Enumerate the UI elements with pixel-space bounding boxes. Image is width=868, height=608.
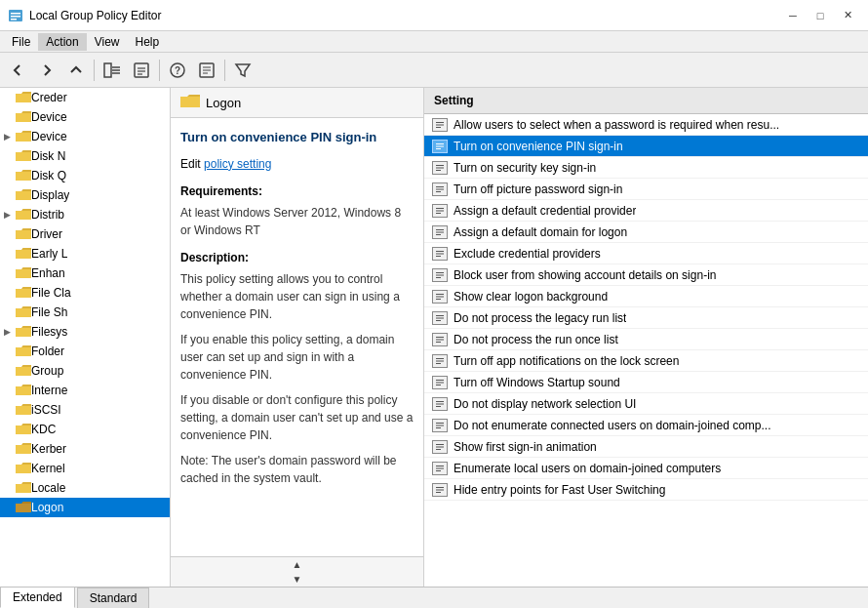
minimize-button[interactable]: ─: [780, 6, 806, 25]
setting-item[interactable]: Assign a default domain for logon: [424, 222, 868, 243]
sidebar-item-label: Filesys: [31, 325, 67, 339]
setting-item-text: Allow users to select when a password is…: [454, 118, 779, 132]
setting-item[interactable]: Do not display network selection UI: [424, 393, 868, 415]
sidebar-item-kernel[interactable]: Kernel: [0, 459, 170, 478]
sidebar-item-driver[interactable]: Driver: [0, 224, 170, 244]
sidebar-item-folder[interactable]: Folder: [0, 342, 170, 361]
sidebar-item-logon[interactable]: Logon: [0, 498, 170, 517]
show-hide-tree-button[interactable]: [99, 57, 126, 84]
sidebar-item-device1[interactable]: Device: [0, 107, 170, 127]
svg-rect-57: [436, 229, 444, 230]
setting-item-text: Enumerate local users on domain-joined c…: [454, 462, 721, 475]
setting-item[interactable]: Turn off app notifications on the lock s…: [424, 350, 868, 372]
svg-rect-4: [104, 63, 111, 77]
svg-rect-48: [436, 165, 444, 166]
sidebar: Creder Device ▶ Device Disk N Disk Q Dis…: [0, 88, 171, 587]
sidebar-item-display[interactable]: Display: [0, 185, 170, 205]
sidebar-item-label: File Sh: [31, 305, 67, 319]
forward-button[interactable]: [33, 57, 60, 84]
sidebar-item-group[interactable]: Group: [0, 361, 170, 381]
svg-rect-61: [436, 253, 444, 254]
sidebar-item-filesh[interactable]: File Sh: [0, 303, 170, 322]
setting-item[interactable]: Assign a default credential provider: [424, 200, 868, 222]
svg-rect-38: [16, 465, 31, 473]
sidebar-item-earlyl[interactable]: Early L: [0, 244, 170, 263]
edit-label: Edit: [180, 157, 201, 171]
svg-marker-18: [236, 64, 250, 76]
sidebar-item-distrib[interactable]: ▶ Distrib: [0, 205, 170, 224]
tab-extended[interactable]: Extended: [0, 587, 75, 608]
svg-rect-47: [436, 148, 441, 149]
right-panel-header: Setting: [424, 88, 868, 114]
svg-rect-68: [436, 299, 441, 300]
close-button[interactable]: ✕: [835, 6, 860, 25]
sidebar-item-diskn[interactable]: Disk N: [0, 146, 170, 166]
folder-icon: [16, 325, 31, 339]
setting-item[interactable]: Hide entry points for Fast User Switchin…: [424, 479, 868, 501]
svg-rect-20: [16, 113, 31, 122]
svg-rect-66: [436, 294, 444, 295]
expand-arrow: [4, 483, 16, 493]
settings-list: Allow users to select when a password is…: [424, 114, 868, 587]
sidebar-item-label: Kernel: [31, 462, 65, 475]
bottom-tabs: Extended Standard: [0, 587, 868, 608]
sidebar-item-label: Device: [31, 110, 67, 124]
policy-setting-link[interactable]: policy setting: [204, 157, 271, 171]
setting-item-icon: [432, 311, 448, 325]
setting-item-text: Turn on security key sign-in: [454, 161, 596, 175]
sidebar-item-enhan[interactable]: Enhan: [0, 263, 170, 283]
setting-item[interactable]: Show clear logon background: [424, 286, 868, 307]
setting-item[interactable]: Do not process the legacy run list: [424, 307, 868, 329]
svg-rect-77: [436, 363, 441, 364]
setting-item-icon: [432, 397, 448, 411]
setting-item[interactable]: Allow users to select when a password is…: [424, 114, 868, 136]
panel-content: Turn on convenience PIN sign-in Edit pol…: [171, 118, 423, 556]
back-button[interactable]: [4, 57, 31, 84]
properties-button[interactable]: [193, 57, 220, 84]
menu-action[interactable]: Action: [38, 33, 86, 51]
sidebar-item-kerber[interactable]: Kerber: [0, 439, 170, 459]
setting-item[interactable]: Turn off Windows Startup sound: [424, 372, 868, 393]
scroll-down-button[interactable]: ▼: [291, 572, 304, 587]
menu-help[interactable]: Help: [128, 33, 168, 51]
setting-item-icon: [432, 354, 448, 368]
setting-item[interactable]: Exclude credential providers: [424, 243, 868, 264]
setting-item-icon: [432, 376, 448, 389]
setting-item[interactable]: Block user from showing account details …: [424, 264, 868, 286]
sidebar-item-label: Interne: [31, 384, 67, 397]
setting-item[interactable]: Enumerate local users on domain-joined c…: [424, 458, 868, 479]
sidebar-item-filesys[interactable]: ▶ Filesys: [0, 322, 170, 342]
setting-item-text: Exclude credential providers: [454, 247, 601, 261]
help-button[interactable]: ?: [164, 57, 191, 84]
sidebar-item-diskq[interactable]: Disk Q: [0, 166, 170, 185]
sidebar-item-interne[interactable]: Interne: [0, 381, 170, 400]
forward-icon: [39, 62, 55, 78]
setting-item[interactable]: Turn on convenience PIN sign-in: [424, 136, 868, 157]
svg-rect-79: [436, 382, 444, 383]
sidebar-item-iscsi[interactable]: iSCSI: [0, 400, 170, 420]
export-button[interactable]: [128, 57, 155, 84]
setting-item[interactable]: Do not process the run once list: [424, 329, 868, 350]
setting-item[interactable]: Turn on security key sign-in: [424, 157, 868, 179]
setting-item-icon: [432, 118, 448, 132]
menu-file[interactable]: File: [4, 33, 38, 51]
scroll-up-button[interactable]: ▲: [291, 557, 304, 572]
sidebar-item-label: Folder: [31, 345, 64, 358]
setting-item[interactable]: Turn off picture password sign-in: [424, 179, 868, 200]
expand-arrow: ▶: [4, 132, 16, 142]
up-button[interactable]: [62, 57, 90, 84]
setting-item[interactable]: Show first sign-in animation: [424, 436, 868, 458]
sidebar-item-device2[interactable]: ▶ Device: [0, 127, 170, 146]
sidebar-item-creder[interactable]: Creder: [0, 88, 170, 107]
sidebar-item-filecla[interactable]: File Cla: [0, 283, 170, 303]
filter-button[interactable]: [229, 57, 256, 84]
maximize-button[interactable]: □: [808, 6, 833, 25]
setting-item[interactable]: Do not enumerate connected users on doma…: [424, 415, 868, 436]
sidebar-item-label: Distrib: [31, 208, 64, 222]
sidebar-item-locale[interactable]: Locale: [0, 478, 170, 498]
sidebar-item-kdc[interactable]: KDC: [0, 420, 170, 439]
menu-view[interactable]: View: [87, 33, 128, 51]
svg-rect-75: [436, 358, 444, 359]
svg-rect-64: [436, 274, 444, 275]
tab-standard[interactable]: Standard: [77, 588, 150, 608]
